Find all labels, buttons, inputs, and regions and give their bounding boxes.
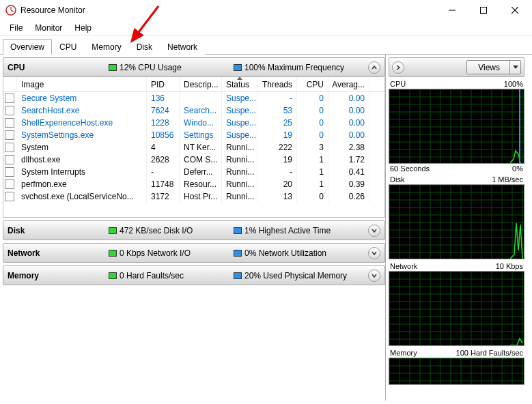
- cell-status: Runni...: [222, 190, 257, 203]
- chart-cpu-scale: 100%: [504, 80, 523, 88]
- cell-pid: 1228: [147, 117, 180, 129]
- cell-image: ShellExperienceHost.exe: [17, 117, 147, 129]
- dropdown-icon[interactable]: [509, 61, 520, 74]
- titlebar: Resource Monitor: [0, 0, 532, 20]
- tab-network[interactable]: Network: [160, 39, 205, 55]
- section-network-header[interactable]: Network 0 Kbps Network I/O 0% Network Ut…: [3, 243, 385, 263]
- table-row[interactable]: Secure System136Suspe...-00.00: [3, 92, 384, 104]
- col-threads[interactable]: Threads: [257, 77, 297, 91]
- table-row[interactable]: System4NT Ker...Runni...22232.38: [3, 141, 384, 154]
- collapse-toggle[interactable]: [368, 61, 380, 74]
- cell-image: perfmon.exe: [17, 178, 147, 190]
- cell-image: SearchHost.exe: [17, 104, 147, 117]
- cpu-maxfreq-label: 100% Maximum Frequency: [244, 63, 344, 72]
- chart-cpu-xright: 0%: [512, 164, 523, 173]
- cell-pid: 2628: [147, 154, 180, 166]
- chart-disk-title: Disk: [390, 175, 404, 184]
- cell-description: NT Ker...: [180, 141, 222, 154]
- table-row[interactable]: SearchHost.exe7624Search...Suspe...5300.…: [3, 104, 384, 117]
- col-description[interactable]: Descrip...: [180, 77, 222, 91]
- close-button[interactable]: [499, 0, 531, 20]
- section-cpu-title: CPU: [8, 63, 103, 72]
- cell-threads: 222: [257, 141, 297, 154]
- table-row[interactable]: SystemSettings.exe10856SettingsSuspe...1…: [3, 129, 384, 141]
- tab-cpu[interactable]: CPU: [52, 39, 84, 55]
- table-body[interactable]: Secure System136Suspe...-00.00SearchHost…: [3, 92, 384, 217]
- views-label: Views: [478, 63, 500, 72]
- section-cpu-header[interactable]: CPU 12% CPU Usage 100% Maximum Frequency: [3, 57, 385, 77]
- cell-average: 0.00: [328, 92, 369, 104]
- minimize-button[interactable]: [436, 0, 468, 20]
- row-checkbox[interactable]: [5, 93, 14, 103]
- section-disk-header[interactable]: Disk 472 KB/sec Disk I/O 1% Highest Acti…: [3, 220, 385, 240]
- cell-average: 1.72: [328, 154, 369, 166]
- cell-pid: -: [147, 166, 180, 178]
- chart-disk-scale: 1 MB/sec: [492, 175, 523, 184]
- cell-image: dllhost.exe: [17, 154, 147, 166]
- maximize-button[interactable]: [468, 0, 499, 20]
- cell-average: 0.26: [328, 190, 369, 203]
- chart-network: Network10 Kbps: [389, 262, 524, 346]
- cell-status: Runni...: [222, 141, 257, 154]
- tabs: Overview CPU Memory Disk Network: [0, 35, 532, 55]
- tab-memory[interactable]: Memory: [84, 39, 128, 55]
- green-square-icon: [109, 250, 117, 257]
- cell-average: 2.38: [328, 141, 369, 154]
- col-pid[interactable]: PID: [147, 77, 180, 91]
- cell-cpu: 0: [297, 92, 328, 104]
- row-checkbox[interactable]: [5, 143, 14, 152]
- tab-disk[interactable]: Disk: [129, 39, 160, 55]
- cell-threads: 19: [257, 154, 297, 166]
- cell-image: svchost.exe (LocalServiceNo...: [17, 190, 147, 203]
- row-checkbox[interactable]: [5, 130, 14, 140]
- disk-active-label: 1% Highest Active Time: [244, 226, 331, 235]
- menu-file[interactable]: File: [4, 22, 28, 34]
- col-average[interactable]: Averag...: [328, 77, 369, 91]
- cell-threads: -: [257, 166, 297, 178]
- table-row[interactable]: dllhost.exe2628COM S...Runni...1911.72: [3, 154, 384, 166]
- collapse-right-toggle[interactable]: [392, 61, 404, 74]
- views-button[interactable]: Views: [466, 60, 521, 74]
- cell-threads: 13: [257, 190, 297, 203]
- cell-threads: -: [257, 92, 297, 104]
- cell-pid: 11748: [147, 178, 180, 190]
- cell-threads: 53: [257, 104, 297, 117]
- row-checkbox[interactable]: [5, 179, 14, 189]
- app-icon: [5, 5, 16, 16]
- cell-description: Search...: [180, 104, 222, 117]
- expand-toggle[interactable]: [368, 225, 380, 237]
- cell-image: System Interrupts: [17, 166, 147, 178]
- col-status[interactable]: Status: [222, 77, 257, 91]
- table-header: Image PID Descrip... Status Threads CPU …: [3, 77, 384, 92]
- row-checkbox[interactable]: [5, 106, 14, 115]
- mem-faults-label: 0 Hard Faults/sec: [120, 271, 184, 280]
- window-title: Resource Monitor: [20, 5, 85, 15]
- row-checkbox[interactable]: [5, 155, 14, 164]
- table-row[interactable]: ShellExperienceHost.exe1228Windo...Suspe…: [3, 117, 384, 129]
- row-checkbox[interactable]: [5, 118, 14, 128]
- table-row[interactable]: perfmon.exe11748Resour...Runni...2010.39: [3, 178, 384, 190]
- expand-toggle[interactable]: [368, 247, 380, 259]
- section-memory-header[interactable]: Memory 0 Hard Faults/sec 20% Used Physic…: [3, 265, 385, 285]
- row-checkbox[interactable]: [5, 167, 14, 177]
- chart-cpu-xleft: 60 Seconds: [390, 164, 430, 173]
- cell-cpu: 0: [297, 117, 328, 129]
- tab-overview[interactable]: Overview: [3, 39, 52, 55]
- menu-help[interactable]: Help: [69, 22, 97, 34]
- row-checkbox[interactable]: [5, 192, 14, 201]
- table-row[interactable]: System Interrupts-Deferr...Runni...-10.4…: [3, 166, 384, 178]
- cell-pid: 4: [147, 141, 180, 154]
- chart-cpu: CPU100% 60 Seconds0%: [389, 80, 524, 173]
- table-row[interactable]: svchost.exe (LocalServiceNo...3172Host P…: [3, 190, 384, 203]
- cell-average: 0.00: [328, 129, 369, 141]
- cell-average: 0.00: [328, 104, 369, 117]
- blue-square-icon: [234, 227, 242, 234]
- right-pane[interactable]: Views CPU100% 60 Seconds0% Disk1 MB/sec …: [385, 55, 527, 401]
- expand-toggle[interactable]: [368, 270, 380, 282]
- col-cpu[interactable]: CPU: [297, 77, 328, 91]
- sort-up-icon: [237, 77, 242, 80]
- cell-image: Secure System: [17, 92, 147, 104]
- cell-pid: 136: [147, 92, 180, 104]
- menu-monitor[interactable]: Monitor: [29, 22, 68, 34]
- col-image[interactable]: Image: [17, 77, 147, 91]
